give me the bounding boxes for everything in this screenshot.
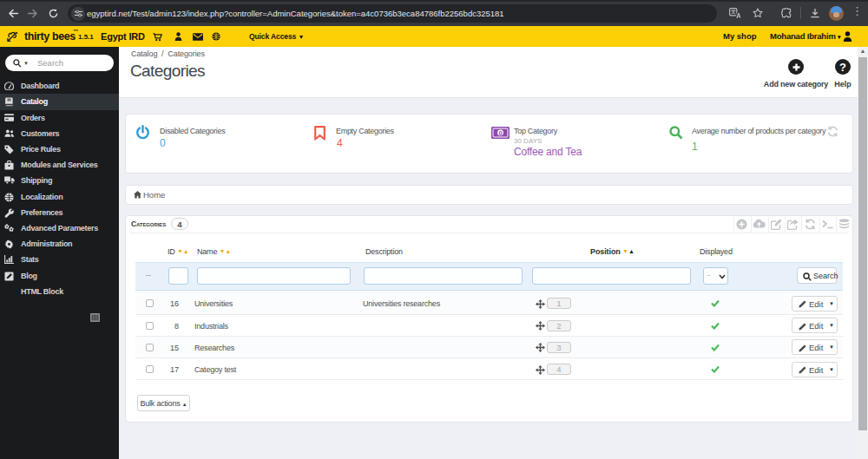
svg-text:0: 0 xyxy=(498,129,502,137)
